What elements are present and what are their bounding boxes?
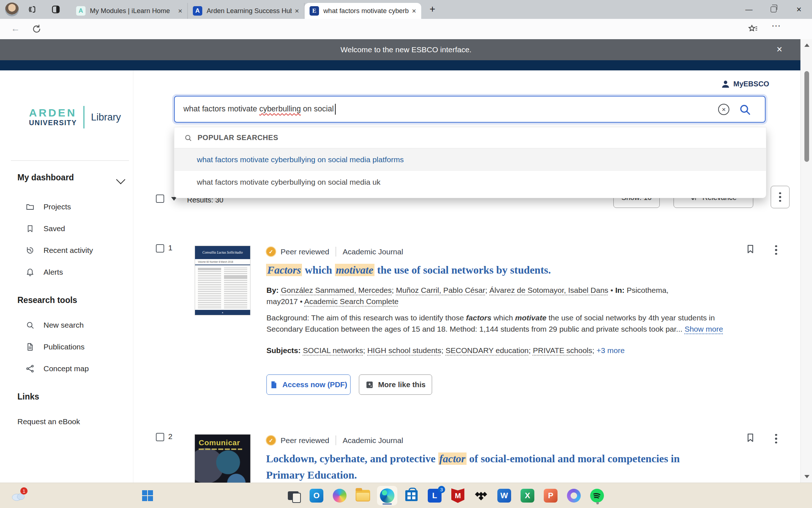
more-subjects-link[interactable]: +3 more bbox=[596, 346, 625, 355]
microsoft-store-icon[interactable] bbox=[403, 487, 420, 504]
author-link[interactable]: González Sanmamed, Mercedes bbox=[281, 286, 392, 294]
clear-search-icon[interactable]: × bbox=[718, 104, 729, 115]
powerpoint-icon[interactable]: P bbox=[542, 487, 559, 504]
sidebar-item-recent-activity[interactable]: Recent activity bbox=[0, 239, 133, 261]
folder-icon bbox=[25, 202, 35, 212]
arden-university-library-logo[interactable]: ARDEN UNIVERSITY Library bbox=[29, 106, 121, 128]
excel-icon[interactable]: X bbox=[519, 487, 536, 504]
refresh-icon[interactable] bbox=[32, 24, 41, 34]
author-link[interactable]: Álvarez de Sotomayor, Isabel Dans bbox=[489, 286, 608, 294]
pub-type-label: Academic Journal bbox=[343, 436, 403, 445]
sidebar-item-saved[interactable]: Saved bbox=[0, 218, 133, 239]
show-more-link[interactable]: Show more bbox=[684, 325, 723, 333]
result-1-subjects: Subjects: SOCIAL networks; HIGH school s… bbox=[266, 345, 774, 356]
browser-profile-avatar[interactable] bbox=[5, 3, 19, 16]
more-like-this-button[interactable]: More like this bbox=[359, 374, 432, 395]
start-button[interactable] bbox=[139, 487, 156, 504]
browser-titlebar: A My Modules | iLearn Home × A Arden Lea… bbox=[0, 0, 812, 19]
result-2-kebab-icon[interactable] bbox=[771, 433, 782, 445]
l-app-icon[interactable]: L3 bbox=[426, 487, 443, 504]
scrollbar-thumb[interactable] bbox=[804, 71, 809, 162]
result-1-bookmark-icon[interactable] bbox=[745, 244, 755, 255]
subject-link[interactable]: SECONDARY education bbox=[446, 346, 529, 355]
tab-arden-hub[interactable]: A Arden Learning Success Hub × bbox=[188, 3, 304, 19]
subject-link[interactable]: HIGH school students bbox=[367, 346, 441, 355]
sidebar-item-projects[interactable]: Projects bbox=[0, 196, 133, 218]
access-now-pdf-button[interactable]: Access now (PDF) bbox=[266, 374, 351, 395]
search-suggestions-dropdown: POPULAR SEARCHES what factors motivate c… bbox=[174, 127, 766, 198]
tab-close-icon[interactable]: × bbox=[178, 7, 182, 15]
task-view-button[interactable] bbox=[285, 487, 302, 504]
sidebar-item-request-an-ebook[interactable]: Request an eBook bbox=[0, 411, 133, 433]
account-icon bbox=[721, 79, 730, 89]
banner-close-icon[interactable]: × bbox=[776, 44, 782, 55]
open-app-indicator bbox=[596, 502, 599, 504]
new-tab-button[interactable]: + bbox=[430, 4, 435, 15]
journal-cover-footer: ▲ bbox=[195, 310, 250, 315]
scroll-down-icon[interactable] bbox=[804, 475, 809, 478]
database-link[interactable]: Academic Search Complete bbox=[304, 297, 398, 306]
workspaces-icon[interactable] bbox=[27, 4, 37, 15]
subject-links[interactable]: SOCIAL networks; HIGH school students; S… bbox=[303, 346, 594, 355]
result-1-thumbnail[interactable]: Convallia Luctus Sollicitudio Volume 60 … bbox=[195, 246, 250, 315]
result-1-kebab-icon[interactable] bbox=[771, 244, 782, 256]
arden-hub-favicon-icon: A bbox=[193, 6, 202, 16]
edge-browser-icon[interactable] bbox=[377, 486, 397, 505]
subject-link[interactable]: PRIVATE schools bbox=[533, 346, 592, 355]
search-input[interactable]: what factors motivate cyberbulling on so… bbox=[174, 96, 766, 123]
tab-actions-icon[interactable] bbox=[51, 4, 61, 15]
taskbar: 1 Search O L3 M W X P bbox=[0, 483, 812, 508]
tidal-icon[interactable] bbox=[473, 487, 489, 504]
favorites-bar-icon[interactable] bbox=[748, 24, 758, 34]
copilot-app-icon[interactable] bbox=[331, 487, 348, 504]
search-suggestion[interactable]: what factors motivate cyberbullying on s… bbox=[174, 171, 766, 193]
sidebar-item-label: Recent activity bbox=[44, 246, 93, 255]
loop-icon[interactable] bbox=[566, 487, 582, 504]
sidebar-item-new-search[interactable]: New search bbox=[0, 314, 133, 336]
results-options-kebab-button[interactable] bbox=[771, 186, 790, 208]
sidebar-item-alerts[interactable]: Alerts bbox=[0, 261, 133, 283]
myebsco-account-button[interactable]: MyEBSCO bbox=[721, 79, 769, 89]
author-link[interactable]: Muñoz Carril, Pablo César bbox=[396, 286, 485, 294]
select-all-checkbox[interactable] bbox=[156, 194, 164, 203]
result-2-bookmark-icon[interactable] bbox=[745, 433, 755, 444]
result-2-checkbox[interactable] bbox=[156, 433, 164, 441]
result-1-checkbox[interactable] bbox=[156, 244, 164, 253]
sidebar-item-publications[interactable]: Publications bbox=[0, 336, 133, 358]
author-links[interactable]: González Sanmamed, Mercedes; Muñoz Carri… bbox=[281, 286, 608, 294]
weather-widget[interactable]: 1 bbox=[8, 487, 28, 504]
myebsco-label: MyEBSCO bbox=[733, 80, 769, 88]
sidebar-item-label: Projects bbox=[44, 202, 71, 211]
tab-close-icon[interactable]: × bbox=[412, 7, 416, 15]
sidebar-item-concept-map[interactable]: Concept map bbox=[0, 358, 133, 380]
sidebar-section-title-my-dashboard[interactable]: My dashboard bbox=[0, 167, 133, 196]
page-scrollbar[interactable] bbox=[800, 39, 812, 483]
outlook-icon[interactable]: O bbox=[308, 487, 325, 504]
search-submit-icon[interactable] bbox=[739, 103, 751, 116]
search-term-highlight: motivate bbox=[335, 264, 374, 276]
peer-reviewed-label: Peer reviewed bbox=[281, 436, 329, 445]
welcome-banner: Welcome to the new ESBCO interface. × bbox=[0, 39, 812, 60]
result-2-title-link[interactable]: Lockdown, cyberhate, and protective fact… bbox=[266, 451, 687, 483]
sidebar-section: Research toolsNew searchPublicationsConc… bbox=[0, 283, 133, 380]
settings-more-icon[interactable]: ⋯ bbox=[771, 20, 782, 32]
window-close-button[interactable]: × bbox=[787, 0, 811, 19]
tab-ebsco-active[interactable]: E what factors motivate cyberbullin × bbox=[304, 3, 421, 19]
word-icon[interactable]: W bbox=[496, 487, 513, 504]
back-icon[interactable]: ← bbox=[11, 23, 20, 34]
scroll-up-icon[interactable] bbox=[804, 44, 809, 47]
popular-searches-header: POPULAR SEARCHES bbox=[174, 127, 766, 148]
sidebar-section-title-links: Links bbox=[0, 380, 133, 411]
file-explorer-icon[interactable] bbox=[355, 487, 371, 504]
window-restore-button[interactable] bbox=[762, 0, 785, 19]
window-minimize-button[interactable]: — bbox=[737, 0, 761, 19]
tab-close-icon[interactable]: × bbox=[295, 7, 299, 15]
search-suggestion[interactable]: what factors motivate cyberbullying on s… bbox=[174, 148, 766, 171]
tab-ilearn[interactable]: A My Modules | iLearn Home × bbox=[71, 3, 188, 19]
sidebar-section: LinksRequest an eBook bbox=[0, 380, 133, 433]
mcafee-icon[interactable]: M bbox=[450, 487, 466, 504]
spotify-icon[interactable] bbox=[589, 487, 605, 504]
subject-link[interactable]: SOCIAL networks bbox=[303, 346, 363, 355]
journal-cover-meta: Volume 60 Number 8 March 2018 bbox=[195, 259, 250, 265]
result-1-title-link[interactable]: Factors which motivate the use of social… bbox=[266, 262, 810, 278]
